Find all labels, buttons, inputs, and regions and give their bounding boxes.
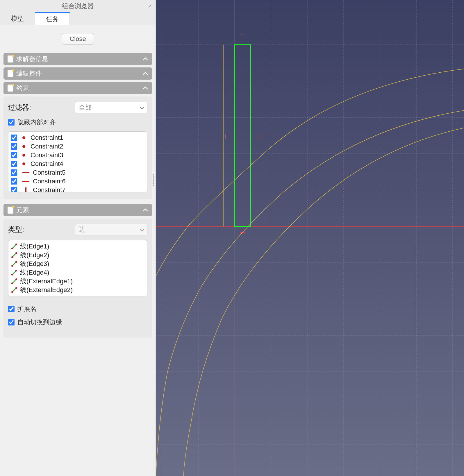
constraint-item[interactable]: Constraint2 (11, 142, 145, 151)
constraint-label: Constraint5 (33, 169, 66, 176)
svg-point-2 (15, 244, 17, 245)
type-label: 类型: (8, 225, 75, 234)
hide-internal-checkbox[interactable] (8, 119, 15, 126)
expand-collapse-icon[interactable]: ⤢ (148, 4, 151, 8)
constraint-checkbox[interactable] (11, 135, 17, 141)
close-button[interactable]: Close (62, 33, 94, 45)
svg-point-4 (11, 256, 13, 258)
constraint-checkbox[interactable] (11, 161, 17, 167)
svg-point-13 (11, 282, 13, 284)
external-curve-3 (183, 128, 464, 476)
element-item[interactable]: 线(Edge4) (11, 268, 144, 277)
elements-list[interactable]: 线(Edge1)线(Edge2)线(Edge3)线(Edge4)线(Extern… (8, 240, 147, 296)
3d-viewport[interactable] (156, 0, 464, 476)
auto-switch-label: 自动切换到边缘 (17, 318, 62, 327)
element-item[interactable]: 线(ExternalEdge2) (11, 286, 144, 294)
svg-point-14 (15, 278, 17, 280)
section-header-solver[interactable]: 求解器信息 (3, 53, 152, 65)
section-title-elements: 元素 (16, 206, 29, 214)
panel-title-bar: 组合浏览器 ⤢ (0, 0, 156, 12)
constraint-item[interactable]: Constraint7 (11, 186, 145, 192)
element-item[interactable]: 线(Edge2) (11, 251, 144, 260)
constraint-checkbox[interactable] (11, 143, 17, 150)
document-icon (8, 85, 13, 92)
edge-line-icon (11, 270, 17, 275)
grid (156, 0, 464, 476)
element-label: 线(ExternalEdge2) (20, 286, 73, 294)
auto-switch-row: 自动切换到边缘 (8, 318, 147, 327)
edge-line-icon (11, 252, 17, 258)
element-label: 线(ExternalEdge1) (20, 277, 73, 286)
type-select[interactable]: 边 (75, 224, 147, 235)
element-item[interactable]: 线(Edge1) (11, 242, 144, 251)
point-constraint-icon (22, 154, 25, 157)
tab-task-label: 任务 (46, 15, 59, 24)
hide-internal-label: 隐藏内部对齐 (17, 118, 56, 127)
chevron-up-icon (143, 86, 148, 90)
section-header-elements[interactable]: 元素 (3, 204, 152, 216)
svg-point-5 (15, 252, 17, 254)
constraint-item[interactable]: Constraint3 (11, 151, 145, 160)
edge-line-icon (11, 278, 17, 284)
tabs: 模型 任务 (0, 12, 156, 25)
chevron-up-icon (143, 72, 148, 75)
hide-internal-check-row: 隐藏内部对齐 (8, 118, 147, 127)
filter-value: 全部 (79, 103, 92, 112)
chevron-down-icon (140, 104, 144, 111)
constraints-list[interactable]: Constraint1Constraint2Constraint3Constra… (8, 131, 147, 192)
constraint-item[interactable]: Constraint5 (11, 168, 145, 177)
section-header-controls[interactable]: 编辑控件 (3, 67, 152, 80)
constraint-label: Constraint1 (31, 134, 63, 142)
ext-name-checkbox[interactable] (8, 306, 15, 312)
vertical-constraint-icon (25, 187, 26, 192)
chevron-up-icon (143, 57, 148, 61)
constraint-checkbox[interactable] (11, 187, 17, 192)
svg-point-16 (11, 291, 13, 293)
section-title-controls: 编辑控件 (16, 69, 42, 78)
svg-point-8 (15, 261, 17, 263)
elements-body: 类型: 边 线(Edge1)线(Edge2)线(Edge3)线(Edge4)线(… (3, 219, 152, 338)
svg-point-11 (15, 270, 17, 271)
splitter-handle[interactable] (153, 174, 156, 186)
point-constraint-icon (22, 136, 25, 139)
tab-model[interactable]: 模型 (0, 12, 35, 25)
element-item[interactable]: 线(Edge3) (11, 260, 144, 268)
element-label: 线(Edge3) (20, 260, 49, 268)
close-row: Close (0, 25, 156, 53)
filter-label: 过滤器: (8, 103, 75, 112)
point-constraint-icon (22, 162, 25, 165)
svg-point-10 (11, 274, 13, 275)
section-title-solver: 求解器信息 (16, 55, 48, 63)
constraint-checkbox[interactable] (11, 152, 17, 158)
edge-line-icon (11, 261, 17, 267)
sketch-rectangle (235, 45, 251, 226)
edge-line-icon (11, 287, 17, 293)
element-label: 线(Edge4) (20, 268, 49, 277)
constraint-item[interactable]: Constraint1 (11, 133, 145, 142)
constraint-item[interactable]: Constraint6 (11, 177, 145, 186)
constraint-label: Constraint6 (33, 178, 66, 185)
element-label: 线(Edge2) (20, 251, 49, 260)
tab-model-label: 模型 (11, 14, 24, 23)
type-value: 边 (79, 225, 85, 234)
element-item[interactable]: 线(ExternalEdge1) (11, 277, 144, 286)
ext-name-row: 扩展名 (8, 305, 147, 313)
panel-title: 组合浏览器 (62, 2, 94, 10)
constraint-item[interactable]: Constraint4 (11, 160, 145, 168)
constraint-label: Constraint2 (31, 143, 63, 150)
constraint-label: Constraint4 (31, 160, 63, 168)
constraint-checkbox[interactable] (11, 178, 17, 185)
element-label: 线(Edge1) (20, 242, 49, 251)
ext-name-label: 扩展名 (17, 305, 37, 313)
constraint-checkbox[interactable] (11, 169, 17, 176)
auto-switch-checkbox[interactable] (8, 319, 15, 325)
external-curve-2 (156, 110, 464, 476)
constraints-body: 过滤器: 全部 隐藏内部对齐 Constraint1Constraint2Con… (3, 96, 152, 199)
chevron-down-icon (140, 226, 144, 233)
document-icon (8, 70, 13, 77)
document-icon (8, 56, 13, 62)
tab-task[interactable]: 任务 (35, 12, 70, 25)
section-header-constraints[interactable]: 约束 (3, 82, 152, 94)
section-title-constraints: 约束 (16, 84, 29, 92)
filter-select[interactable]: 全部 (75, 102, 147, 113)
